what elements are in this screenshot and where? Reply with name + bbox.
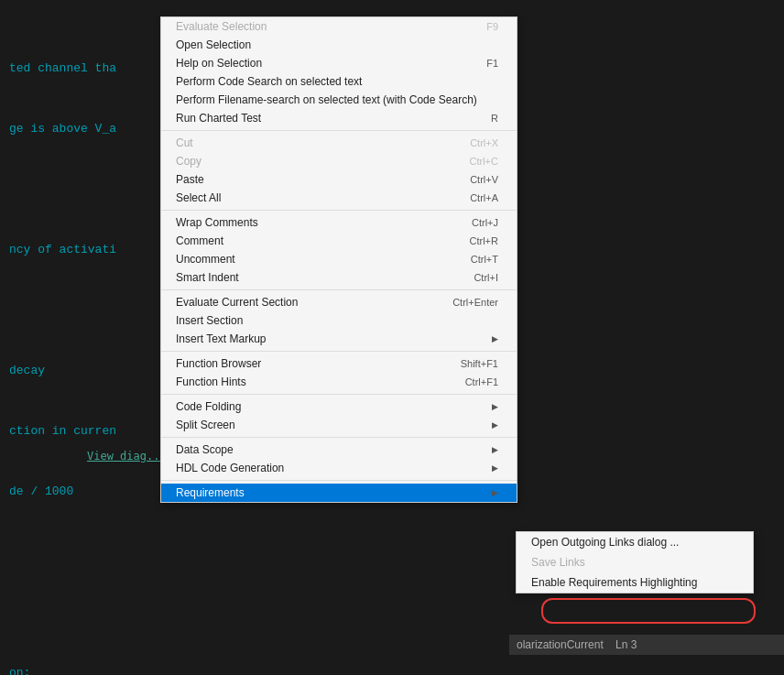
- menu-item-copy[interactable]: Copy Ctrl+C: [161, 152, 517, 170]
- context-menu: Evaluate Selection F9 Open Selection Hel…: [160, 16, 517, 503]
- menu-item-code-folding[interactable]: Code Folding: [161, 397, 517, 416]
- menu-label-cut: Cut: [176, 136, 193, 149]
- menu-shortcut-evaluate-selection: F9: [486, 21, 498, 32]
- menu-shortcut-fh: Ctrl+F1: [465, 376, 498, 387]
- menu-item-wrap-comments[interactable]: Wrap Comments Ctrl+J: [161, 213, 517, 232]
- menu-label-function-hints: Function Hints: [176, 376, 246, 388]
- menu-label-insert-section: Insert Section: [176, 314, 243, 327]
- menu-item-comment[interactable]: Comment Ctrl+R: [161, 232, 517, 250]
- menu-label-help-on-selection: Help on Selection: [176, 57, 262, 70]
- menu-shortcut-cut: Ctrl+X: [470, 137, 498, 148]
- submenu-item-open-outgoing-links-dialog[interactable]: Open Outgoing Links dialog ...: [517, 532, 753, 552]
- menu-label-comment: Comment: [176, 234, 223, 247]
- menu-label-open-selection: Open Selection: [176, 38, 251, 51]
- menu-label-copy: Copy: [176, 155, 201, 168]
- submenu-item-enable-requirements-highlighting[interactable]: Enable Requirements Highlighting: [517, 572, 753, 593]
- menu-item-select-all[interactable]: Select All Ctrl+A: [161, 189, 517, 207]
- separator-4: [161, 351, 517, 352]
- menu-item-evaluate-current-section[interactable]: Evaluate Current Section Ctrl+Enter: [161, 293, 517, 311]
- menu-label-uncomment: Uncomment: [176, 253, 235, 266]
- menu-label-code-folding: Code Folding: [176, 400, 241, 413]
- menu-label-paste: Paste: [176, 173, 204, 186]
- menu-item-insert-section[interactable]: Insert Section: [161, 311, 517, 330]
- menu-shortcut-fb: Shift+F1: [461, 358, 498, 369]
- menu-item-hdl-code-generation[interactable]: HDL Code Generation: [161, 459, 517, 477]
- submenu-label-save-links: Save Links: [531, 556, 585, 569]
- menu-shortcut-help: F1: [486, 58, 498, 69]
- menu-label-data-scope: Data Scope: [176, 443, 234, 456]
- menu-label-split-screen: Split Screen: [176, 419, 235, 431]
- submenu-label-open-outgoing-links-dialog: Open Outgoing Links dialog ...: [531, 536, 679, 549]
- menu-shortcut-wrap-comments: Ctrl+J: [472, 217, 498, 228]
- menu-item-function-hints[interactable]: Function Hints Ctrl+F1: [161, 373, 517, 391]
- separator-7: [161, 480, 517, 481]
- separator-3: [161, 289, 517, 290]
- menu-item-smart-indent[interactable]: Smart Indent Ctrl+I: [161, 268, 517, 287]
- menu-label-hdl-code-generation: HDL Code Generation: [176, 462, 284, 474]
- menu-label-requirements: Requirements: [176, 486, 245, 499]
- menu-item-data-scope[interactable]: Data Scope: [161, 441, 517, 459]
- submenu-label-enable-requirements-highlighting: Enable Requirements Highlighting: [531, 576, 697, 589]
- menu-item-open-selection[interactable]: Open Selection: [161, 36, 517, 54]
- menu-item-uncomment[interactable]: Uncomment Ctrl+T: [161, 250, 517, 268]
- menu-shortcut-smart-indent: Ctrl+I: [474, 272, 498, 283]
- requirements-submenu: Open Outgoing Links dialog ... Save Link…: [516, 531, 754, 593]
- menu-label-perform-filename-search: Perform Filename-search on selected text…: [176, 93, 477, 106]
- menu-shortcut-comment: Ctrl+R: [470, 235, 498, 246]
- menu-item-run-charted-test[interactable]: Run Charted Test R: [161, 109, 517, 127]
- menu-label-function-browser: Function Browser: [176, 357, 261, 370]
- menu-label-select-all: Select All: [176, 191, 221, 204]
- menu-label-evaluate-selection: Evaluate Selection: [176, 20, 267, 33]
- menu-label-run-charted-test: Run Charted Test: [176, 112, 261, 125]
- menu-item-requirements[interactable]: Requirements: [161, 484, 517, 502]
- menu-item-help-on-selection[interactable]: Help on Selection F1: [161, 54, 517, 72]
- menu-shortcut-rct: R: [491, 113, 498, 124]
- menu-label-wrap-comments: Wrap Comments: [176, 216, 258, 229]
- menu-label-evaluate-current-section: Evaluate Current Section: [176, 296, 298, 309]
- separator-5: [161, 394, 517, 395]
- menu-shortcut-paste: Ctrl+V: [470, 174, 498, 185]
- menu-item-split-screen[interactable]: Split Screen: [161, 416, 517, 434]
- menu-item-insert-text-markup[interactable]: Insert Text Markup: [161, 330, 517, 348]
- menu-shortcut-copy: Ctrl+C: [470, 156, 498, 167]
- menu-shortcut-ecs: Ctrl+Enter: [452, 297, 498, 308]
- menu-label-insert-text-markup: Insert Text Markup: [176, 332, 266, 345]
- menu-shortcut-select-all: Ctrl+A: [470, 192, 498, 203]
- menu-item-paste[interactable]: Paste Ctrl+V: [161, 170, 517, 189]
- menu-label-smart-indent: Smart Indent: [176, 271, 239, 284]
- menu-item-perform-filename-search[interactable]: Perform Filename-search on selected text…: [161, 91, 517, 109]
- menu-shortcut-uncomment: Ctrl+T: [471, 254, 498, 265]
- menu-item-evaluate-selection[interactable]: Evaluate Selection F9: [161, 17, 517, 36]
- menu-item-cut[interactable]: Cut Ctrl+X: [161, 134, 517, 152]
- menu-item-function-browser[interactable]: Function Browser Shift+F1: [161, 354, 517, 373]
- menu-label-perform-code-search: Perform Code Search on selected text: [176, 75, 362, 88]
- separator-6: [161, 437, 517, 438]
- submenu-item-save-links[interactable]: Save Links: [517, 552, 753, 572]
- separator-1: [161, 130, 517, 131]
- separator-2: [161, 210, 517, 211]
- menu-item-perform-code-search[interactable]: Perform Code Search on selected text: [161, 72, 517, 91]
